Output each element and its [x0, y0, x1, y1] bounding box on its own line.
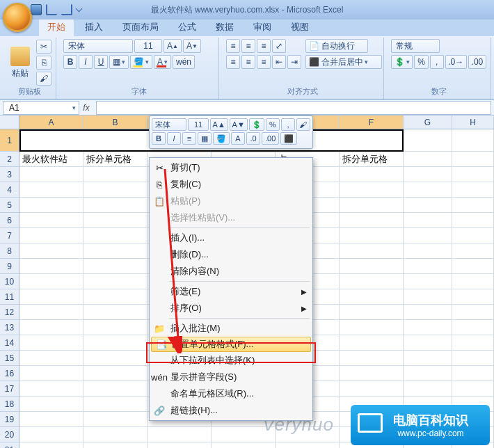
cell-C21[interactable] [148, 442, 212, 448]
cell-H12[interactable] [452, 305, 494, 320]
currency-button[interactable]: 💲▾ [391, 55, 413, 69]
cell-B18[interactable] [83, 397, 148, 412]
increase-decimal-button[interactable]: .0→ [445, 55, 467, 69]
underline-button[interactable]: U [94, 55, 108, 69]
cell-E21[interactable] [276, 442, 340, 448]
cell-B21[interactable] [83, 442, 148, 448]
cell-H6[interactable] [452, 213, 494, 228]
cell-G4[interactable] [404, 182, 452, 198]
cell-B2[interactable]: 拆分单元格 [83, 152, 148, 167]
cell-B7[interactable] [83, 228, 148, 243]
ctx-name-range[interactable]: 命名单元格区域(R)... [150, 385, 312, 402]
tab-home[interactable]: 开始 [39, 18, 74, 36]
cell-B9[interactable] [83, 259, 148, 274]
cell-A8[interactable] [19, 243, 83, 259]
ctx-clear[interactable]: 清除内容(N) [150, 263, 312, 280]
cell-F8[interactable] [340, 243, 404, 259]
mini-grow-font[interactable]: A▲ [210, 118, 228, 131]
cell-A18[interactable] [19, 397, 83, 412]
mini-percent[interactable]: % [266, 118, 280, 131]
ctx-insert[interactable]: 插入(I)... [150, 230, 312, 246]
cell-A16[interactable] [19, 366, 83, 381]
cell-H7[interactable] [452, 228, 494, 243]
cell-F9[interactable] [340, 259, 404, 274]
row-header-18[interactable]: 18 [0, 397, 19, 412]
select-all-corner[interactable] [0, 115, 19, 129]
percent-button[interactable]: % [414, 55, 428, 69]
cell-B14[interactable] [83, 335, 148, 351]
cell-A10[interactable] [19, 274, 83, 289]
cell-A7[interactable] [19, 228, 83, 243]
col-header-B[interactable]: B [83, 115, 148, 129]
tab-data[interactable]: 数据 [207, 18, 242, 36]
cell-H10[interactable] [452, 274, 494, 289]
cell-H13[interactable] [452, 320, 494, 335]
cell-G7[interactable] [404, 228, 452, 243]
cell-B3[interactable] [83, 167, 148, 182]
mini-font-color[interactable]: A [231, 132, 245, 145]
cell-H3[interactable] [452, 167, 494, 182]
mini-shrink-font[interactable]: A▼ [230, 118, 248, 131]
mini-border[interactable]: ▦ [198, 132, 212, 145]
cell-G8[interactable] [404, 243, 452, 259]
cell-A9[interactable] [19, 259, 83, 274]
cell-G2[interactable] [404, 152, 452, 167]
cell-G16[interactable] [404, 366, 452, 381]
row-header-16[interactable]: 16 [0, 366, 19, 381]
ctx-dropdown-select[interactable]: 从下拉列表中选择(K)... [150, 352, 312, 369]
row-header-9[interactable]: 9 [0, 259, 19, 274]
tab-insert[interactable]: 插入 [77, 18, 111, 36]
merge-center-button[interactable]: ⬛ 合并后居中▾ [305, 55, 382, 69]
col-header-A[interactable]: A [19, 115, 83, 129]
cell-B5[interactable] [83, 198, 148, 213]
align-middle-button[interactable]: ≡ [241, 39, 255, 53]
decrease-decimal-button[interactable]: .00 [468, 55, 486, 69]
cell-H5[interactable] [452, 198, 494, 213]
row-header-14[interactable]: 14 [0, 335, 19, 351]
shrink-font-button[interactable]: A▼ [183, 39, 201, 53]
row-header-7[interactable]: 7 [0, 228, 19, 243]
row-header-17[interactable]: 17 [0, 381, 19, 397]
cell-A2[interactable]: 最火软件站 [19, 152, 83, 167]
col-header-G[interactable]: G [404, 115, 452, 129]
cell-H15[interactable] [452, 351, 494, 366]
row-header-20[interactable]: 20 [0, 427, 19, 442]
font-color-button[interactable]: A▾ [154, 55, 171, 69]
cell-B16[interactable] [83, 366, 148, 381]
row-header-19[interactable]: 19 [0, 412, 19, 427]
cell-B19[interactable] [83, 412, 148, 427]
cell-H14[interactable] [452, 335, 494, 351]
mini-size-combo[interactable]: 11 [188, 118, 208, 131]
row-header-12[interactable]: 12 [0, 305, 19, 320]
cell-G14[interactable] [404, 335, 452, 351]
cell-A12[interactable] [19, 305, 83, 320]
mini-align-center[interactable]: ≡ [182, 132, 196, 145]
cut-button[interactable]: ✂ [36, 40, 51, 54]
align-left-button[interactable]: ≡ [226, 55, 240, 69]
mini-italic[interactable]: I [167, 132, 181, 145]
comma-button[interactable]: , [430, 55, 444, 69]
cell-B6[interactable] [83, 213, 148, 228]
cell-G12[interactable] [404, 305, 452, 320]
tab-page-layout[interactable]: 页面布局 [114, 18, 167, 36]
row-header-3[interactable]: 3 [0, 167, 19, 182]
cell-G5[interactable] [404, 198, 452, 213]
mini-format-painter[interactable]: 🖌 [296, 118, 310, 131]
row-header-6[interactable]: 6 [0, 213, 19, 228]
row-header-8[interactable]: 8 [0, 243, 19, 259]
cell-F12[interactable] [340, 305, 404, 320]
cell-F6[interactable] [340, 213, 404, 228]
office-button[interactable] [3, 3, 32, 32]
cell-F15[interactable] [340, 351, 404, 366]
tab-review[interactable]: 审阅 [245, 18, 280, 36]
tab-view[interactable]: 视图 [282, 18, 317, 36]
cell-G10[interactable] [404, 274, 452, 289]
cell-C20[interactable] [148, 427, 212, 442]
cell-G13[interactable] [404, 320, 452, 335]
cell-H11[interactable] [452, 289, 494, 305]
row-header-5[interactable]: 5 [0, 198, 19, 213]
ctx-cut[interactable]: ✂剪切(T) [150, 159, 312, 176]
cell-B12[interactable] [83, 305, 148, 320]
phonetic-button[interactable]: wén [173, 55, 195, 69]
cell-H9[interactable] [452, 259, 494, 274]
